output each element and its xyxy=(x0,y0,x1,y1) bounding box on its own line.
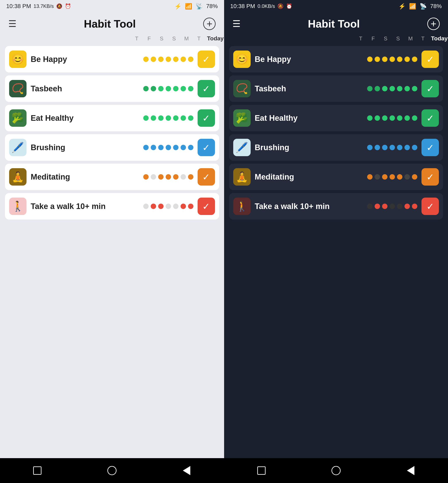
dot xyxy=(404,204,410,209)
dot xyxy=(375,115,380,121)
dot xyxy=(397,204,402,209)
dot xyxy=(397,115,402,121)
dot xyxy=(412,174,417,179)
dot xyxy=(173,145,178,150)
dot xyxy=(151,204,156,209)
dark-habit-brushing[interactable]: 🖊️ Brushing ✓ xyxy=(229,134,443,161)
dot xyxy=(166,115,171,121)
dot xyxy=(404,174,410,179)
dot xyxy=(143,174,149,179)
dot xyxy=(390,145,395,150)
dot xyxy=(367,86,373,91)
light-wifi-icon: 📡 xyxy=(195,3,203,10)
dark-menu-button[interactable]: ☰ xyxy=(232,19,240,28)
light-nav-circle-button[interactable] xyxy=(104,462,120,479)
dark-habit-be-happy[interactable]: 😊 Be Happy ✓ xyxy=(229,46,443,72)
light-habit-brushing-icon: 🖊️ xyxy=(9,139,26,156)
light-habit-be-happy-check[interactable]: ✓ xyxy=(198,51,215,68)
dot xyxy=(188,115,193,121)
dot xyxy=(173,56,178,62)
dot xyxy=(404,86,410,91)
light-habit-walk-name: Take a walk 10+ min xyxy=(31,202,139,211)
dot xyxy=(412,204,417,209)
dot xyxy=(367,56,373,62)
dot xyxy=(151,115,156,121)
dark-add-button[interactable]: + xyxy=(427,18,440,30)
dark-habit-walk-check[interactable]: ✓ xyxy=(422,198,439,215)
dot xyxy=(397,174,402,179)
light-habit-tasbeeh[interactable]: 📿 Tasbeeh ✓ xyxy=(5,75,219,102)
dark-time: 10:38 PM xyxy=(230,3,255,9)
light-habit-brushing-check[interactable]: ✓ xyxy=(198,139,215,156)
col-t1: T xyxy=(132,35,141,42)
light-habit-eat-healthy[interactable]: 🥦 Eat Healthy ✓ xyxy=(5,105,219,131)
dark-habit-be-happy-icon: 😊 xyxy=(233,51,251,68)
dot xyxy=(173,115,178,121)
dot xyxy=(390,204,395,209)
dot xyxy=(390,174,395,179)
dot xyxy=(188,56,193,62)
dark-habit-meditating[interactable]: 🧘 Meditating ✓ xyxy=(229,164,443,190)
dark-alarm-icon: ⏰ xyxy=(286,3,292,9)
dot xyxy=(151,86,156,91)
col-s1: S xyxy=(157,35,166,42)
dot xyxy=(367,145,373,150)
light-habit-eat-healthy-icon: 🥦 xyxy=(9,109,26,127)
dot xyxy=(382,56,387,62)
dark-habit-walk-dots xyxy=(367,204,417,209)
dot xyxy=(158,174,164,179)
dark-battery: 78% xyxy=(430,3,442,9)
col-m: M xyxy=(182,35,191,42)
dark-habit-meditating-name: Meditating xyxy=(255,172,363,181)
dot xyxy=(367,115,373,121)
dark-habit-tasbeeh-name: Tasbeeh xyxy=(255,84,363,93)
dark-habit-walk[interactable]: 🚶 Take a walk 10+ min ✓ xyxy=(229,193,443,219)
dark-habit-meditating-icon: 🧘 xyxy=(233,168,251,186)
light-habit-walk[interactable]: 🚶 Take a walk 10+ min ✓ xyxy=(5,193,219,219)
light-bt-icon: ⚡ xyxy=(174,3,182,10)
light-network: 13.7KB/s xyxy=(34,3,54,9)
light-habit-meditating-dots xyxy=(143,174,193,179)
light-habit-walk-check[interactable]: ✓ xyxy=(198,198,215,215)
dot xyxy=(143,115,149,121)
dark-habit-brushing-dots xyxy=(367,145,417,150)
dot xyxy=(390,56,395,62)
light-menu-button[interactable]: ☰ xyxy=(8,19,16,28)
light-add-button[interactable]: + xyxy=(203,18,216,30)
light-habit-meditating-check[interactable]: ✓ xyxy=(198,168,215,186)
light-habit-meditating-name: Meditating xyxy=(31,172,139,181)
dot xyxy=(158,56,164,62)
light-habit-tasbeeh-dots xyxy=(143,86,193,91)
dark-habit-brushing-check[interactable]: ✓ xyxy=(422,139,439,156)
light-habit-walk-dots xyxy=(143,204,193,209)
dark-habit-tasbeeh[interactable]: 📿 Tasbeeh ✓ xyxy=(229,75,443,102)
dark-wifi-icon: 📡 xyxy=(420,3,427,10)
dark-habit-be-happy-check[interactable]: ✓ xyxy=(422,51,439,68)
dark-habit-meditating-check[interactable]: ✓ xyxy=(422,168,439,186)
light-habit-tasbeeh-check[interactable]: ✓ xyxy=(198,80,215,97)
dark-habit-eat-healthy[interactable]: 🥦 Eat Healthy ✓ xyxy=(229,105,443,131)
light-habit-be-happy-name: Be Happy xyxy=(31,55,139,64)
dot xyxy=(151,174,156,179)
dark-nav-back-button[interactable] xyxy=(402,462,419,479)
dark-habit-tasbeeh-check[interactable]: ✓ xyxy=(422,80,439,97)
light-habit-meditating[interactable]: 🧘 Meditating ✓ xyxy=(5,164,219,190)
light-time: 10:38 PM xyxy=(6,3,31,9)
light-habit-be-happy[interactable]: 😊 Be Happy ✓ xyxy=(5,46,219,72)
dark-habit-eat-healthy-check[interactable]: ✓ xyxy=(422,109,439,127)
dark-nav-square-button[interactable] xyxy=(253,462,270,479)
light-habit-eat-healthy-check[interactable]: ✓ xyxy=(198,109,215,127)
dot xyxy=(397,86,402,91)
dark-col-m: M xyxy=(406,35,415,42)
circle-icon xyxy=(107,466,117,475)
dark-nav-circle-button[interactable] xyxy=(328,462,344,479)
dot xyxy=(367,204,373,209)
dot xyxy=(382,204,387,209)
light-nav-square-button[interactable] xyxy=(29,462,46,479)
light-nav-back-button[interactable] xyxy=(178,462,195,479)
dark-habit-walk-icon: 🚶 xyxy=(233,198,251,215)
light-habit-brushing[interactable]: 🖊️ Brushing ✓ xyxy=(5,134,219,161)
dot xyxy=(382,86,387,91)
dot xyxy=(173,204,178,209)
light-habit-brushing-dots xyxy=(143,145,193,150)
